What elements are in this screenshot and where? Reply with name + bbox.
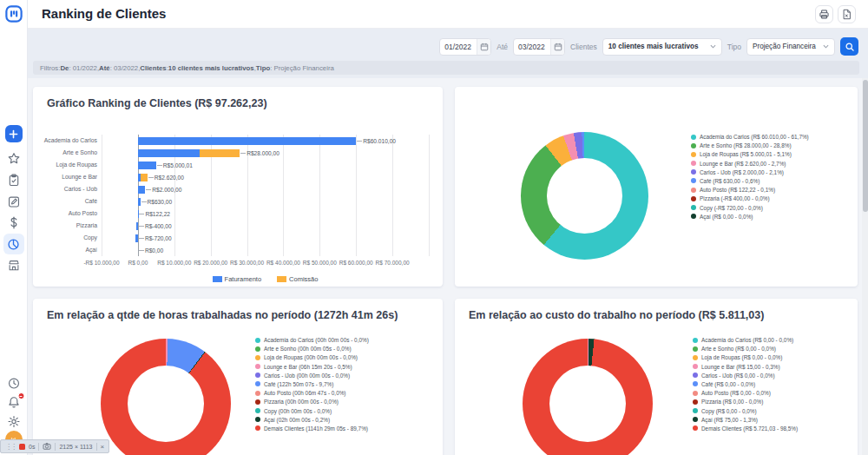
search-button[interactable] [840, 37, 858, 56]
bar-category-label: Academia do Carlos [42, 135, 102, 147]
bar-segment-comissao[interactable] [141, 174, 148, 181]
filters-summary-segment: : Projeção Financeira [270, 64, 334, 72]
legend-dot [693, 355, 698, 360]
legend-dot [255, 408, 260, 413]
filter-band: 01/2022 Até 03/2022 Clientes 10 clientes… [28, 29, 868, 78]
revenue-donut-chart[interactable] [521, 132, 648, 260]
sidebar-item-favorites[interactable] [6, 151, 21, 166]
divider [55, 443, 56, 451]
clients-select-value: 10 clientes mais lucrativos [608, 43, 699, 50]
plus-icon [8, 129, 19, 140]
legend-label: Auto Posto (00h 06m 47s - 0,0%) [264, 390, 346, 396]
scrollbar-track[interactable] [862, 78, 868, 455]
bar-row: R$630,00 [102, 195, 429, 208]
x-axis-tick: R$ 60.000,00 [339, 260, 373, 266]
legend-label: Academia do Carlos (R$ 60.010,00 - 61,7%… [700, 134, 809, 140]
sidebar-item-store[interactable] [6, 258, 21, 273]
sidebar-item-register[interactable] [6, 195, 21, 209]
bar-category-label: Auto Posto [42, 208, 102, 220]
bar-segment-faturamento[interactable] [138, 198, 141, 206]
drag-handle-icon[interactable]: ⋮⋮ [5, 443, 16, 451]
legend-dot [691, 152, 696, 157]
filters-summary-segment: De [60, 64, 69, 72]
date-from-input[interactable]: 01/2022 [439, 38, 491, 56]
bar-category-label: Copy [42, 232, 102, 244]
print-button[interactable] [815, 5, 833, 23]
bar-value-label: R$630,00 [141, 199, 173, 205]
bar-row: R$-720,00 [102, 232, 429, 244]
sidebar-item-tasks[interactable] [6, 173, 21, 188]
legend-dot [691, 143, 696, 148]
hours-donut-chart[interactable] [101, 339, 231, 455]
calendar-icon[interactable] [550, 39, 564, 55]
sidebar-item-reports[interactable] [3, 234, 24, 254]
legend-label: Academia do Carlos (00h 00m 00s - 0,0%) [264, 337, 369, 343]
x-axis-tick: R$ 50.000,00 [303, 260, 337, 266]
sidebar-item-history[interactable] [6, 376, 21, 391]
donut-legend-item: Copy (R$ 0,00 - 0,0%) [693, 408, 798, 414]
bar-segment-faturamento[interactable] [136, 222, 138, 230]
legend-dot [693, 425, 698, 431]
camera-icon[interactable] [43, 442, 51, 451]
scrollbar-thumb[interactable] [863, 80, 868, 212]
bar-category-label: Arte e Sonho [42, 147, 102, 159]
date-to-input[interactable]: 03/2022 [513, 38, 565, 56]
legend-label: Açaí (R$ 0,00 - 0,0%) [700, 214, 753, 220]
filters-summary-segment: Até [99, 64, 110, 72]
bar-chart-legend: FaturamentoComissão [102, 275, 429, 283]
legend-dot [693, 338, 698, 343]
bar-segment-faturamento[interactable] [138, 186, 145, 194]
donut-legend-item: Lounge e Bar (R$ 2.620,00 - 2,7%) [691, 161, 809, 167]
bar-segment-faturamento[interactable] [138, 137, 356, 145]
legend-dot [255, 425, 260, 431]
recording-time: 0s [29, 444, 35, 450]
calendar-icon[interactable] [477, 39, 490, 55]
filters-summary-segment: Filtros: [40, 64, 60, 72]
type-select[interactable]: Projeção Financeira [746, 38, 835, 56]
panel-revenue-donut: Academia do Carlos (R$ 60.010,00 - 61,7%… [455, 87, 858, 287]
date-to-value[interactable]: 03/2022 [514, 39, 550, 55]
bar-value-label: R$2.620,00 [148, 175, 184, 181]
donut-legend-item: Lounge e Bar (06h 15m 20s - 0,5%) [255, 364, 369, 370]
bar-value-label: R$0,00 [139, 247, 163, 254]
donut-legend-item: Loja de Roupas (R$ 5.000,01 - 5,1%) [691, 151, 809, 157]
until-label: Até [496, 43, 508, 51]
add-button[interactable] [5, 125, 23, 142]
panel-title: Em relação a qtde de horas trabalhadas n… [47, 309, 398, 321]
bar-value-label: R$60.010,00 [357, 138, 396, 144]
legend-dot [255, 399, 260, 405]
donut-legend-item: Carlos - iJob (00h 00m 00s - 0,0%) [255, 373, 369, 379]
bar-segment-comissao[interactable] [200, 149, 240, 157]
donut-legend-item: Auto Posto (00h 06m 47s - 0,0%) [255, 390, 369, 396]
legend-dot [255, 417, 260, 422]
bar-segment-faturamento[interactable] [138, 149, 200, 157]
close-recorder-button[interactable]: × [101, 443, 105, 451]
legend-label: Arte e Sonho (R$ 28.000,00 - 28,8%) [700, 142, 792, 148]
legend-dot [693, 408, 698, 413]
cost-donut-chart[interactable] [523, 339, 653, 455]
bar-segment-faturamento[interactable] [138, 162, 156, 169]
bar-row: R$122,22 [102, 208, 429, 220]
donut-legend-item: Arte e Sonho (00h 00m 05s - 0,0%) [255, 346, 369, 352]
legend-dot [691, 196, 696, 201]
bar-row: R$-400,00 [102, 220, 429, 232]
donut-legend-item: Café (R$ 0,00 - 0,0%) [693, 381, 798, 387]
stop-recording-button[interactable] [19, 444, 25, 450]
bar-segment-faturamento[interactable] [138, 210, 139, 218]
legend-item: Comissão [277, 275, 318, 283]
sidebar-item-finance[interactable] [6, 215, 21, 230]
sidebar-item-notifications[interactable] [6, 395, 21, 410]
clock-icon [7, 377, 20, 390]
donut-legend-item: Café (122h 50m 07s - 9,7%) [255, 381, 369, 387]
legend-label: Demais Clientes (R$ 5.721,03 - 98,5%) [701, 425, 798, 432]
clients-select[interactable]: 10 clientes mais lucrativos [602, 38, 722, 56]
filters-summary: Filtros: De: 01/2022, Até: 03/2022, Clie… [33, 61, 859, 75]
panel-ranking-chart: Gráfico Ranking de Clientes (R$ 97.262,2… [33, 87, 443, 287]
legend-dot [255, 373, 260, 378]
date-from-value[interactable]: 01/2022 [440, 39, 477, 55]
export-button[interactable] [838, 5, 856, 23]
bar-segment-faturamento[interactable] [135, 234, 138, 242]
app-logo[interactable] [4, 4, 23, 27]
sidebar-item-settings[interactable] [6, 414, 21, 429]
donut-legend-item: Demais Clientes (1141h 29m 05s - 89,7%) [255, 425, 369, 432]
